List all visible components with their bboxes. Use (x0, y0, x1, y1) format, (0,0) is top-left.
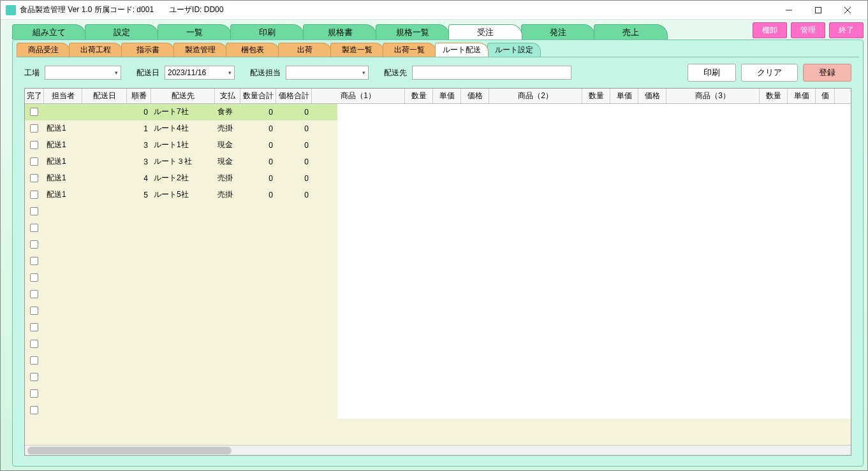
column-header[interactable]: 支払 (215, 89, 240, 103)
corner-button-2[interactable]: 終了 (829, 22, 864, 38)
main-tab-1[interactable]: 設定 (85, 24, 159, 40)
cell (82, 203, 127, 219)
sub-tab-6[interactable]: 製造一覧 (330, 43, 384, 57)
cell (151, 352, 215, 368)
close-icon (844, 7, 851, 13)
column-header[interactable]: 商品（1） (312, 89, 405, 103)
done-checkbox[interactable] (30, 307, 38, 315)
sub-tab-2[interactable]: 指示書 (121, 43, 175, 57)
done-checkbox[interactable] (30, 323, 38, 331)
cell (127, 402, 151, 418)
done-checkbox[interactable] (30, 207, 38, 215)
main-tab-0[interactable]: 組み立て (12, 24, 86, 40)
main-tab-8[interactable]: 売上 (594, 24, 668, 40)
main-tab-3[interactable]: 印刷 (230, 24, 304, 40)
main-tab-7[interactable]: 発注 (521, 24, 595, 40)
column-header[interactable]: 価格 (461, 89, 489, 103)
cell: 売掛 (215, 187, 240, 203)
cell (215, 270, 240, 286)
done-checkbox[interactable] (30, 157, 38, 166)
sub-tab-5[interactable]: 出荷 (278, 43, 332, 57)
column-header[interactable]: 配送日 (82, 89, 127, 103)
sub-tab-8[interactable]: ルート配送 (435, 43, 489, 57)
cell (240, 270, 276, 286)
grid-body[interactable]: 0ルート7社食券00配送11ルート4社売掛00配送13ルート1社現金00配送13… (25, 104, 851, 445)
column-header[interactable]: 単価 (610, 89, 638, 103)
column-header[interactable]: 担当者 (44, 89, 82, 103)
main-tab-6[interactable]: 受注 (448, 24, 522, 40)
done-checkbox[interactable] (30, 389, 38, 398)
corner-button-0[interactable]: 棚卸 (753, 22, 787, 38)
sub-tab-9[interactable]: ルート設定 (487, 43, 541, 57)
main-tab-5[interactable]: 規格一覧 (376, 24, 450, 40)
column-header[interactable]: 商品（3） (666, 89, 760, 103)
column-header[interactable]: 数量合計 (240, 89, 276, 103)
done-checkbox[interactable] (30, 340, 38, 348)
horizontal-scrollbar[interactable] (25, 445, 851, 455)
column-header[interactable]: 配送先 (151, 89, 215, 103)
cell (127, 386, 151, 402)
cell (82, 253, 127, 269)
cell: 配送1 (44, 170, 82, 186)
done-checkbox[interactable] (30, 273, 38, 282)
column-header[interactable]: 単価 (433, 89, 461, 103)
close-button[interactable] (833, 1, 862, 20)
minimize-button[interactable] (774, 1, 804, 20)
column-header[interactable]: 数量 (582, 89, 610, 103)
column-header[interactable]: 順番 (127, 89, 151, 103)
done-checkbox[interactable] (30, 224, 38, 232)
app-window: 食品製造管理 Ver 1.0 所属コード: d001 ユーザID: DD00 組… (0, 0, 868, 471)
sub-tab-7[interactable]: 出荷一覧 (383, 43, 436, 57)
driver-combo[interactable]: ▾ (286, 66, 369, 80)
cell (240, 386, 276, 402)
cell (25, 236, 44, 252)
column-header[interactable]: 数量 (760, 89, 788, 103)
done-checkbox[interactable] (30, 373, 38, 381)
cell (240, 236, 276, 252)
scrollbar-thumb[interactable] (27, 447, 232, 454)
maximize-button[interactable] (804, 1, 833, 20)
clear-button[interactable]: クリア (741, 64, 798, 82)
main-tab-4[interactable]: 規格書 (303, 24, 377, 40)
column-header[interactable]: 価 (816, 89, 835, 103)
window-title: 食品製造管理 Ver 1.0 所属コード: d001 ユーザID: DD00 (20, 4, 774, 15)
done-checkbox[interactable] (30, 141, 38, 149)
cell (215, 203, 240, 219)
cell (82, 120, 127, 136)
date-value: 2023/11/16 (168, 68, 206, 77)
column-header[interactable]: 価格合計 (276, 89, 312, 103)
column-header[interactable]: 価格 (638, 89, 666, 103)
column-header[interactable]: 商品（2） (489, 89, 582, 103)
done-checkbox[interactable] (30, 257, 38, 265)
cell (240, 336, 276, 352)
column-header[interactable]: 完了 (25, 89, 44, 103)
sub-tabs: 商品受注出荷工程指示書製造管理梱包表出荷製造一覧出荷一覧ルート配送ルート設定 (13, 40, 863, 57)
sub-tab-4[interactable]: 梱包表 (226, 43, 279, 57)
factory-combo[interactable]: ▾ (45, 66, 121, 80)
done-checkbox[interactable] (30, 356, 38, 365)
grid-header: 完了担当者配送日順番配送先支払数量合計価格合計商品（1）数量単価価格商品（2）数… (25, 89, 851, 104)
corner-button-1[interactable]: 管理 (791, 22, 825, 38)
date-combo[interactable]: 2023/11/16 ▾ (165, 66, 235, 80)
cell: 0 (276, 104, 312, 120)
done-checkbox[interactable] (30, 174, 38, 182)
column-header[interactable]: 数量 (405, 89, 433, 103)
done-checkbox[interactable] (30, 290, 38, 298)
main-tab-2[interactable]: 一覧 (158, 24, 232, 40)
sub-tab-3[interactable]: 製造管理 (173, 43, 227, 57)
sub-tab-1[interactable]: 出荷工程 (69, 43, 122, 57)
sub-tab-0[interactable]: 商品受注 (17, 43, 70, 57)
chevron-down-icon: ▾ (362, 69, 365, 76)
cell (25, 187, 44, 203)
done-checkbox[interactable] (30, 124, 38, 133)
column-header[interactable]: 単価 (788, 89, 816, 103)
print-button[interactable]: 印刷 (688, 64, 736, 82)
cell (240, 369, 276, 385)
register-button[interactable]: 登録 (803, 64, 851, 82)
done-checkbox[interactable] (30, 191, 38, 199)
dest-input[interactable] (412, 66, 571, 80)
done-checkbox[interactable] (30, 108, 38, 116)
done-checkbox[interactable] (30, 240, 38, 249)
done-checkbox[interactable] (30, 406, 38, 414)
cell: 売掛 (215, 170, 240, 186)
